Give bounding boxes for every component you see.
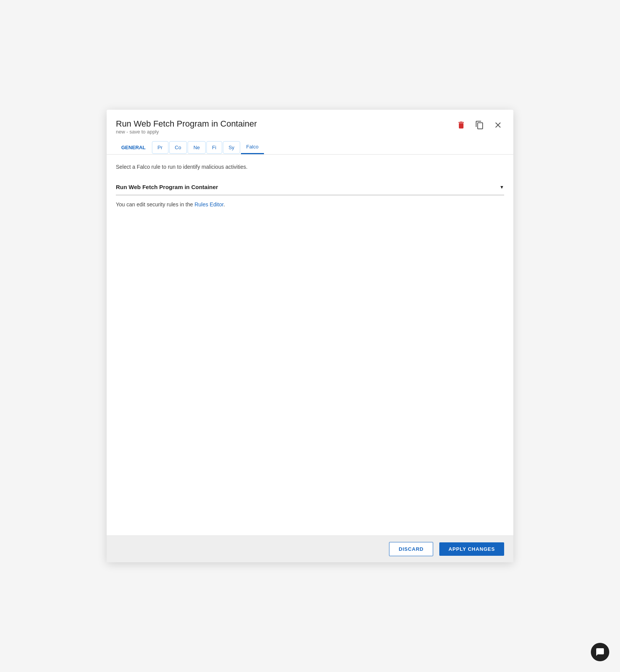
tab-pr[interactable]: Pr bbox=[152, 141, 168, 154]
tab-falco[interactable]: Falco bbox=[241, 141, 264, 154]
dropdown-arrow-icon: ▼ bbox=[500, 184, 504, 190]
tab-fi[interactable]: Fi bbox=[206, 141, 222, 154]
rule-name: Run Web Fetch Program in Container bbox=[116, 184, 218, 190]
rules-editor-link[interactable]: Rules Editor bbox=[195, 201, 223, 208]
delete-button[interactable] bbox=[455, 119, 467, 131]
modal-subtitle: new - save to apply bbox=[116, 129, 257, 135]
rule-dropdown[interactable]: Run Web Fetch Program in Container ▼ bbox=[116, 179, 504, 195]
header-actions bbox=[455, 119, 504, 131]
chat-icon bbox=[595, 647, 605, 657]
apply-changes-button[interactable]: APPLY CHANGES bbox=[439, 542, 504, 556]
copy-button[interactable] bbox=[473, 119, 486, 131]
modal-header: Run Web Fetch Program in Container new -… bbox=[107, 110, 513, 155]
title-group: Run Web Fetch Program in Container new -… bbox=[116, 119, 257, 139]
tab-ne[interactable]: Ne bbox=[188, 141, 206, 154]
discard-button[interactable]: DISCARD bbox=[389, 542, 433, 556]
tabs-row: GENERAL Pr Co Ne Fi Sy Falco bbox=[116, 141, 504, 154]
modal-container: Run Web Fetch Program in Container new -… bbox=[107, 110, 513, 562]
modal-body: Select a Falco rule to run to identify m… bbox=[107, 155, 513, 535]
edit-text: You can edit security rules in the Rules… bbox=[116, 201, 504, 208]
edit-prefix: You can edit security rules in the bbox=[116, 201, 195, 208]
close-button[interactable] bbox=[492, 119, 504, 131]
modal-title: Run Web Fetch Program in Container bbox=[116, 119, 257, 129]
modal-footer: DISCARD APPLY CHANGES bbox=[107, 535, 513, 562]
title-row: Run Web Fetch Program in Container new -… bbox=[116, 119, 504, 139]
tab-co[interactable]: Co bbox=[169, 141, 187, 154]
edit-suffix: . bbox=[223, 201, 225, 208]
tab-sy[interactable]: Sy bbox=[223, 141, 240, 154]
description-text: Select a Falco rule to run to identify m… bbox=[116, 164, 504, 170]
chat-button[interactable] bbox=[591, 643, 609, 661]
tab-general[interactable]: GENERAL bbox=[116, 142, 151, 153]
